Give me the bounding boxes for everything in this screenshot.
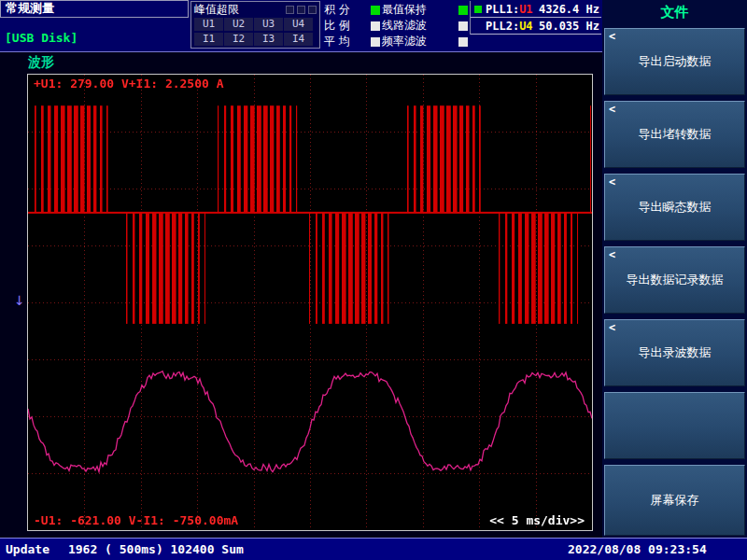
peak-over-limit-title: 峰值超限 (194, 2, 239, 18)
flag-label: 频率滤波 (382, 34, 427, 49)
softkey-arrow-icon: < (609, 175, 615, 189)
mode-title: 常规测量 (6, 1, 54, 15)
mode-flags-panel: 积 分 比 例 平 均 (324, 2, 380, 49)
pll2-label: PLL2: (486, 20, 519, 33)
sidebar-button-export-waverecord-data[interactable]: < 导出录波数据 (604, 319, 745, 386)
update-label: Update (6, 542, 49, 556)
flag-checkbox (371, 37, 380, 47)
flag-checkbox (458, 21, 468, 31)
peak-indicator-cell (297, 6, 305, 14)
filter-flags-panel: 最值保持 线路滤波 频率滤波 (382, 2, 468, 49)
softkey-arrow-icon: < (609, 103, 615, 116)
flag-checkbox (458, 37, 468, 47)
waveform-plot: +U1: 279.00 V+I1: 2.2500 A -U1: -621.00 … (27, 74, 593, 531)
peak-channel-i4: I4 (284, 33, 313, 46)
sidebar-button-label: 导出数据记录数据 (625, 272, 726, 288)
peak-channel-i2: I2 (224, 33, 253, 46)
waveform-tab-label: 波形 (28, 54, 54, 71)
update-counter: 1962 ( 500ms) 102400 Sum (68, 542, 244, 556)
pll1-frequency: 4326.4 Hz (539, 3, 601, 16)
peak-channel-i3: I3 (254, 33, 283, 46)
sidebar-button-export-stall-data[interactable]: < 导出堵转数据 (604, 101, 745, 168)
peak-over-limit-panel: 峰值超限 U1 U2 U3 U4 I1 I2 I3 I4 (190, 1, 320, 49)
sidebar-title: 文件 (602, 0, 747, 26)
flag-label: 最值保持 (382, 2, 427, 18)
flag-line-filter: 线路滤波 (382, 18, 468, 34)
pll2-row: PLL2: U4 50.035 Hz (471, 18, 601, 35)
sidebar-button-label: 导出瞬态数据 (637, 199, 713, 216)
peak-over-limit-title-row: 峰值超限 (194, 3, 317, 16)
flag-checkbox (371, 6, 380, 15)
flag-label: 平 均 (324, 34, 350, 49)
softkey-arrow-icon: < (609, 248, 615, 261)
peak-channels-u-row: U1 U2 U3 U4 (194, 18, 317, 31)
peak-indicator-cell (308, 6, 317, 14)
status-bar: Update 1962 ( 500ms) 102400 Sum 2022/08/… (0, 538, 747, 560)
sidebar-button-screen-save[interactable]: < 屏幕保存 (604, 465, 745, 536)
peak-channels-i-row: I1 I2 I3 I4 (194, 33, 317, 46)
scale-label-top: +U1: 279.00 V+I1: 2.2500 A (34, 77, 224, 91)
softkey-arrow-icon: < (609, 30, 615, 43)
flag-label: 线路滤波 (382, 18, 427, 34)
sidebar-button-label: 导出录波数据 (637, 344, 713, 361)
softkey-sidebar: 文件 < 导出启动数据 < 导出堵转数据 < 导出瞬态数据 < 导出数据记录数据… (602, 0, 747, 538)
peak-channel-u2: U2 (224, 18, 253, 31)
sidebar-button-label: 导出堵转数据 (637, 126, 713, 143)
mode-title-box: 常规测量 (0, 0, 189, 18)
peak-indicator-cell (286, 6, 294, 14)
top-status-bar: 常规测量 [USB Disk] 峰值超限 U1 U2 U3 U4 I1 I2 I… (0, 0, 602, 52)
flag-checkbox (458, 6, 468, 15)
flag-checkbox (371, 21, 380, 31)
peak-channel-u1: U1 (194, 18, 223, 31)
scale-label-bottom: -U1: -621.00 V-I1: -750.00mA (34, 513, 238, 527)
sidebar-button-export-startup-data[interactable]: < 导出启动数据 (604, 28, 745, 95)
pll1-row: PLL1: U1 4326.4 Hz (471, 1, 601, 18)
trigger-marker-icon: ↓ (14, 293, 25, 308)
pll-panel: PLL1: U1 4326.4 Hz PLL2: U4 50.035 Hz (470, 1, 601, 35)
pll-status-led (474, 6, 482, 13)
waveform-canvas (28, 75, 592, 530)
flag-ratio: 比 例 (324, 18, 380, 34)
flag-max-hold: 最值保持 (382, 2, 468, 18)
sidebar-button-label: 导出启动数据 (637, 53, 713, 70)
timebase-label: << 5 ms/div>> (489, 513, 585, 527)
datetime: 2022/08/08 09:23:54 (568, 542, 707, 556)
usb-disk-indicator: [USB Disk] (5, 31, 78, 45)
pll2-frequency: 50.035 Hz (539, 20, 601, 33)
peak-channel-u4: U4 (284, 18, 313, 31)
flag-label: 积 分 (324, 2, 350, 18)
sidebar-button-export-transient-data[interactable]: < 导出瞬态数据 (604, 174, 745, 241)
flag-integration: 积 分 (324, 2, 380, 18)
sidebar-button-export-datalog-data[interactable]: < 导出数据记录数据 (604, 246, 745, 314)
flag-frequency-filter: 频率滤波 (382, 34, 468, 49)
softkey-arrow-icon: < (609, 321, 615, 334)
pll2-source: U4 (519, 20, 539, 33)
pll1-source: U1 (519, 3, 539, 16)
sidebar-button-label: 屏幕保存 (649, 492, 701, 509)
waveform-area: 波形 ↓ +U1: 279.00 V+I1: 2.2500 A -U1: -62… (0, 52, 602, 538)
flag-average: 平 均 (324, 34, 380, 49)
peak-channel-i1: I1 (194, 33, 223, 46)
pll1-label: PLL1: (486, 3, 519, 16)
peak-channel-u3: U3 (254, 18, 283, 31)
flag-label: 比 例 (324, 18, 350, 34)
sidebar-button-empty[interactable]: < (604, 392, 745, 459)
